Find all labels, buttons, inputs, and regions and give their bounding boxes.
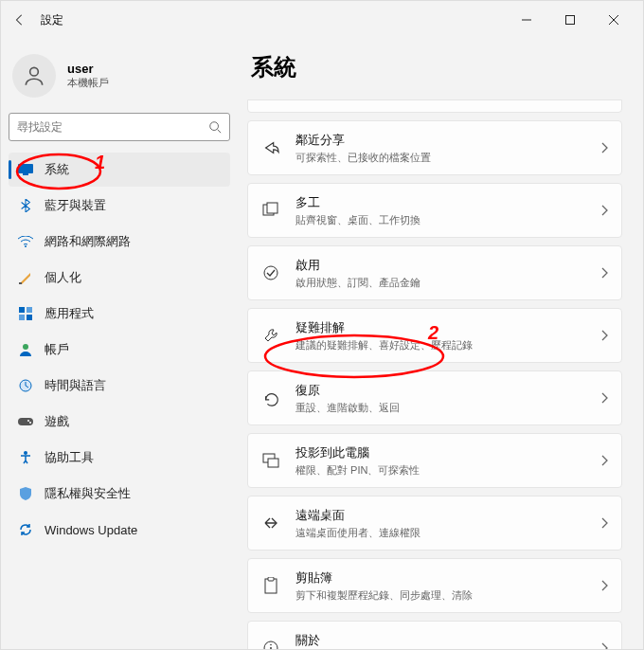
- card-remote[interactable]: 遠端桌面遠端桌面使用者、連線權限: [247, 496, 622, 551]
- sidebar-item-accessibility[interactable]: 協助工具: [9, 441, 230, 475]
- close-button[interactable]: [592, 5, 635, 35]
- sidebar-item-label: 網路和網際網路: [45, 233, 131, 250]
- search-box[interactable]: [9, 113, 230, 141]
- card-share[interactable]: 鄰近分享可探索性、已接收的檔案位置: [247, 120, 622, 175]
- svg-point-18: [27, 420, 29, 422]
- card-title: 疑難排解: [295, 319, 585, 336]
- sidebar-item-time[interactable]: 時間與語言: [9, 369, 230, 403]
- svg-rect-7: [18, 164, 33, 173]
- svg-point-23: [264, 266, 277, 280]
- svg-line-6: [218, 130, 222, 134]
- chevron-right-icon: [600, 392, 608, 404]
- page-heading: 系統: [251, 52, 622, 82]
- sidebar-item-bluetooth[interactable]: 藍牙與裝置: [9, 189, 230, 223]
- troubleshoot-icon: [261, 326, 280, 345]
- bluetooth-icon: [18, 198, 33, 213]
- card-title: 投影到此電腦: [295, 444, 585, 461]
- svg-rect-1: [566, 16, 575, 25]
- share-icon: [261, 138, 280, 157]
- svg-point-15: [23, 344, 28, 350]
- card-title: 關於: [295, 632, 585, 649]
- sidebar-item-network[interactable]: 網路和網際網路: [9, 225, 230, 259]
- svg-point-19: [29, 422, 31, 424]
- search-input[interactable]: [17, 120, 208, 134]
- remote-icon: [261, 514, 280, 533]
- personalize-icon: [18, 270, 33, 285]
- svg-point-20: [24, 451, 27, 455]
- svg-point-29: [270, 644, 272, 646]
- svg-rect-17: [18, 418, 33, 425]
- minimize-button[interactable]: [505, 5, 548, 35]
- svg-rect-22: [267, 203, 277, 213]
- sidebar-item-label: 系統: [45, 161, 69, 178]
- sidebar-item-system[interactable]: 系統: [9, 153, 230, 187]
- sidebar-item-apps[interactable]: 應用程式: [9, 297, 230, 331]
- sidebar-item-update[interactable]: Windows Update: [9, 513, 230, 547]
- titlebar: 設定: [1, 1, 643, 39]
- prev-card-edge[interactable]: [247, 99, 622, 113]
- card-subtitle: 建議的疑難排解、喜好設定、歷程記錄: [295, 338, 585, 352]
- sidebar-item-privacy[interactable]: 隱私權與安全性: [9, 477, 230, 511]
- svg-point-4: [30, 67, 39, 76]
- multitask-icon: [261, 201, 280, 220]
- card-subtitle: 重設、進階啟動、返回: [295, 401, 585, 415]
- window-controls: [505, 5, 635, 35]
- time-icon: [18, 378, 33, 393]
- sidebar-item-label: 應用程式: [45, 305, 94, 322]
- back-button[interactable]: [9, 9, 31, 31]
- card-subtitle: 可探索性、已接收的檔案位置: [295, 151, 585, 165]
- project-icon: [261, 451, 280, 470]
- clipboard-icon: [261, 576, 280, 595]
- chevron-right-icon: [600, 580, 608, 591]
- card-subtitle: 權限、配對 PIN、可探索性: [295, 463, 585, 478]
- svg-rect-27: [268, 577, 274, 581]
- card-activation[interactable]: 啟用啟用狀態、訂閱、產品金鑰: [247, 245, 622, 300]
- chevron-right-icon: [600, 455, 608, 466]
- sidebar-item-personalize[interactable]: 個人化: [9, 261, 230, 295]
- maximize-button[interactable]: [548, 5, 592, 35]
- card-recovery[interactable]: 復原重設、進階啟動、返回: [247, 370, 622, 425]
- svg-rect-11: [19, 307, 25, 313]
- card-subtitle: 貼齊視窗、桌面、工作切換: [295, 213, 585, 227]
- card-title: 鄰近分享: [295, 132, 585, 149]
- card-multitask[interactable]: 多工貼齊視窗、桌面、工作切換: [247, 183, 622, 238]
- card-title: 復原: [295, 382, 585, 399]
- gaming-icon: [18, 414, 33, 429]
- chevron-right-icon: [600, 205, 608, 216]
- svg-rect-25: [268, 459, 278, 467]
- chevron-right-icon: [600, 142, 608, 153]
- svg-rect-8: [23, 173, 28, 175]
- system-icon: [18, 162, 33, 177]
- update-icon: [18, 522, 33, 537]
- svg-rect-12: [27, 307, 32, 313]
- search-icon: [208, 120, 222, 134]
- svg-point-9: [25, 245, 27, 247]
- card-troubleshoot[interactable]: 疑難排解建議的疑難排解、喜好設定、歷程記錄: [247, 308, 622, 363]
- card-subtitle: 啟用狀態、訂閱、產品金鑰: [295, 276, 585, 290]
- chevron-right-icon: [600, 642, 608, 650]
- card-clipboard[interactable]: 剪貼簿剪下和複製歷程紀錄、同步處理、清除: [247, 558, 622, 613]
- sidebar-item-label: 協助工具: [45, 449, 94, 466]
- sidebar-item-gaming[interactable]: 遊戲: [9, 405, 230, 439]
- card-subtitle: 剪下和複製歷程紀錄、同步處理、清除: [295, 588, 585, 603]
- svg-point-5: [210, 122, 219, 131]
- card-project[interactable]: 投影到此電腦權限、配對 PIN、可探索性: [247, 433, 622, 488]
- svg-rect-10: [19, 282, 22, 284]
- sidebar: user 本機帳戶 系統 藍牙與裝置 網路和網際網路 個人化 應用程式: [1, 39, 238, 650]
- sidebar-item-label: 帳戶: [45, 341, 69, 358]
- sidebar-item-label: 藍牙與裝置: [45, 197, 106, 214]
- chevron-right-icon: [600, 267, 608, 279]
- sidebar-item-label: 時間與語言: [45, 377, 106, 394]
- sidebar-item-label: 個人化: [45, 269, 81, 286]
- user-account: 本機帳戶: [67, 76, 109, 90]
- chevron-right-icon: [600, 517, 608, 529]
- card-title: 啟用: [295, 257, 585, 274]
- window-title: 設定: [41, 12, 63, 28]
- svg-rect-13: [19, 315, 25, 320]
- user-block[interactable]: user 本機帳戶: [9, 46, 230, 111]
- privacy-icon: [18, 486, 33, 501]
- accessibility-icon: [18, 450, 33, 465]
- card-about[interactable]: 關於裝置規格、重新命名電腦、Windows 規格: [247, 621, 622, 650]
- sidebar-item-accounts[interactable]: 帳戶: [9, 333, 230, 367]
- avatar: [12, 54, 56, 98]
